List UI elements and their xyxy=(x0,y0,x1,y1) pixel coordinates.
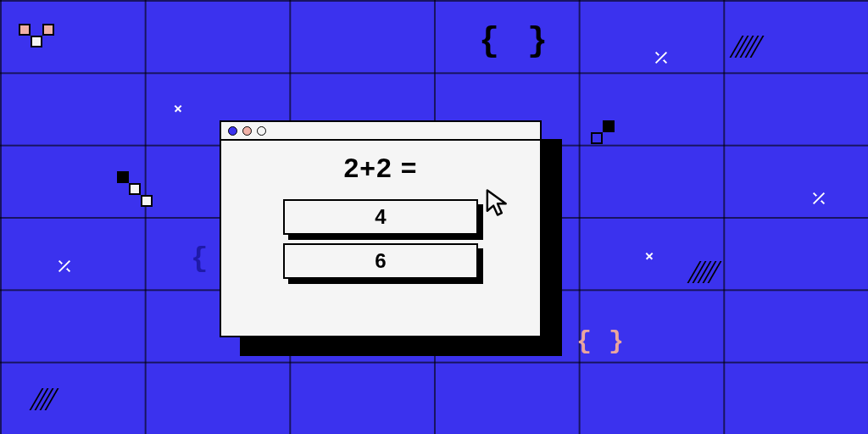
traffic-light-minimize-icon[interactable] xyxy=(242,126,252,136)
brace-right-icon: } xyxy=(527,25,548,59)
hatch-decoration xyxy=(36,388,53,410)
hatch-decoration xyxy=(693,261,715,283)
quiz-window: 2+2 = 4 6 xyxy=(220,120,542,337)
answer-option-1[interactable]: 6 xyxy=(283,243,478,279)
answer-option-0[interactable]: 4 xyxy=(283,199,478,235)
window-content: 2+2 = 4 6 xyxy=(221,141,540,304)
brace-right-icon: } xyxy=(609,329,624,354)
traffic-light-zoom-icon[interactable] xyxy=(257,126,266,136)
brace-left-icon: { xyxy=(479,25,499,59)
brace-left-icon: { xyxy=(191,244,208,273)
window-titlebar xyxy=(221,122,540,141)
brace-left-icon: { xyxy=(576,329,592,354)
hatch-decoration xyxy=(736,36,758,58)
quiz-answers: 4 6 xyxy=(283,199,478,287)
quiz-question: 2+2 = xyxy=(344,153,418,184)
traffic-light-close-icon[interactable] xyxy=(228,126,237,136)
